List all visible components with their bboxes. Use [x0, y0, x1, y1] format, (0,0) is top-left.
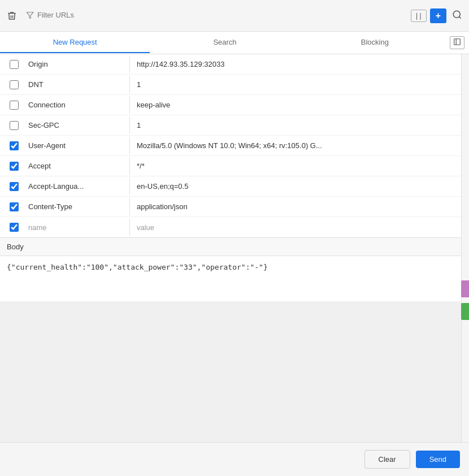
checkbox-cell-accept[interactable]: [0, 162, 28, 171]
checkbox-sec-gpc[interactable]: [10, 121, 19, 130]
header-name-dnt: DNT: [28, 76, 130, 93]
content-area: Origin http://142.93.35.129:32033 DNT 1 …: [0, 54, 461, 301]
header-row-accept: Accept */*: [0, 156, 461, 176]
tab-blocking[interactable]: Blocking: [300, 32, 450, 53]
header-row-content-type: Content-Type application/json: [0, 197, 461, 217]
header-name-user-agent: User-Agent: [28, 137, 130, 154]
header-value-user-agent: Mozilla/5.0 (Windows NT 10.0; Win64; x64…: [130, 137, 461, 154]
tabs-bar: New Request Search Blocking: [0, 32, 469, 54]
checkbox-new[interactable]: [10, 223, 19, 232]
header-name-connection: Connection: [28, 96, 130, 114]
checkbox-cell-connection[interactable]: [0, 101, 28, 110]
tab-search[interactable]: Search: [150, 32, 299, 53]
pause-button[interactable]: | |: [411, 10, 427, 22]
header-name-content-type: Content-Type: [28, 198, 130, 215]
header-name-accept: Accept: [28, 157, 130, 175]
header-row-sec-gpc: Sec-GPC 1: [0, 115, 461, 136]
body-section: Body {"current_health":"100","attack_pow…: [0, 237, 461, 301]
header-value-connection: keep-alive: [130, 96, 461, 114]
checkbox-cell-sec-gpc[interactable]: [0, 121, 28, 130]
header-row-user-agent: User-Agent Mozilla/5.0 (Windows NT 10.0;…: [0, 136, 461, 156]
delete-button[interactable]: [5, 8, 19, 23]
header-value-origin: http://142.93.35.129:32033: [130, 55, 461, 73]
header-row-accept-language: Accept-Langua... en-US,en;q=0.5: [0, 176, 461, 197]
header-value-sec-gpc: 1: [130, 116, 461, 134]
header-value-new: value: [130, 219, 461, 236]
checkbox-connection[interactable]: [10, 101, 19, 110]
clear-button[interactable]: Clear: [364, 450, 410, 469]
header-row-origin: Origin http://142.93.35.129:32033: [0, 54, 461, 75]
header-name-origin: Origin: [28, 55, 130, 73]
tab-new-request[interactable]: New Request: [0, 32, 150, 53]
svg-rect-3: [454, 39, 461, 45]
checkbox-accept[interactable]: [10, 162, 19, 171]
checkbox-cell-accept-language[interactable]: [0, 182, 28, 191]
checkbox-dnt[interactable]: [10, 80, 19, 89]
scrollbar-track[interactable]: [461, 54, 469, 476]
body-section-header: Body: [0, 238, 461, 256]
header-row-dnt: DNT 1: [0, 75, 461, 95]
header-value-content-type: application/json: [130, 198, 461, 215]
filter-icon: [26, 11, 34, 19]
header-value-accept: */*: [130, 157, 461, 175]
search-button[interactable]: [450, 7, 464, 24]
body-content[interactable]: {"current_health":"100","attack_power":"…: [0, 256, 461, 301]
footer: Clear Send: [0, 442, 469, 476]
header-value-accept-language: en-US,en;q=0.5: [130, 178, 461, 195]
checkbox-cell-new[interactable]: [0, 223, 28, 232]
header-name-sec-gpc: Sec-GPC: [28, 116, 130, 134]
svg-point-1: [453, 11, 460, 18]
checkbox-origin[interactable]: [10, 60, 19, 69]
checkbox-content-type[interactable]: [10, 202, 19, 211]
checkbox-cell-origin[interactable]: [0, 60, 28, 69]
main-content: Origin http://142.93.35.129:32033 DNT 1 …: [0, 54, 469, 476]
header-name-new: name: [28, 219, 130, 236]
header-row-new: name value: [0, 217, 461, 237]
svg-line-2: [459, 16, 461, 18]
checkbox-user-agent[interactable]: [10, 141, 19, 150]
header-value-dnt: 1: [130, 76, 461, 93]
sidebar-accent-bottom: [461, 303, 469, 320]
toolbar: | | +: [0, 0, 469, 32]
filter-urls-input[interactable]: [37, 11, 404, 19]
checkbox-accept-language[interactable]: [10, 182, 19, 191]
headers-section: Origin http://142.93.35.129:32033 DNT 1 …: [0, 54, 461, 237]
send-button[interactable]: Send: [416, 451, 460, 468]
add-button[interactable]: +: [430, 8, 446, 23]
collapse-button[interactable]: [450, 36, 464, 49]
sidebar-accent-top: [461, 280, 469, 297]
header-row-connection: Connection keep-alive: [0, 95, 461, 115]
filter-url-wrap: [23, 8, 407, 23]
checkbox-cell-content-type[interactable]: [0, 202, 28, 211]
svg-marker-0: [27, 12, 33, 18]
checkbox-cell-user-agent[interactable]: [0, 141, 28, 150]
checkbox-cell-dnt[interactable]: [0, 80, 28, 89]
header-name-accept-language: Accept-Langua...: [28, 178, 130, 195]
